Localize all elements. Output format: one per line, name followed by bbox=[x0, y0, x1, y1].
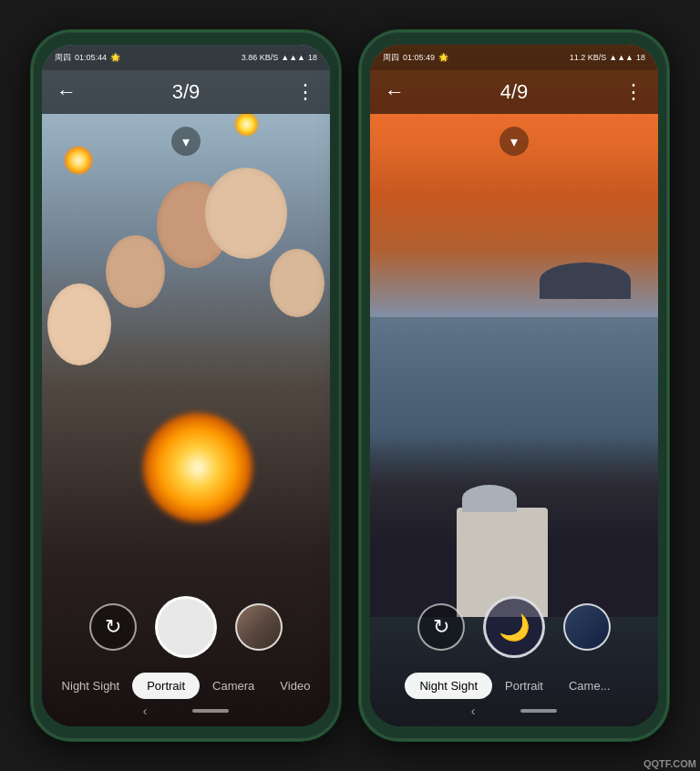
phone-2-nav-bar: ‹ bbox=[370, 701, 658, 721]
tab-portrait[interactable]: Portrait bbox=[132, 673, 200, 699]
chevron-down-button[interactable]: ▾ bbox=[171, 127, 201, 156]
building-dome bbox=[462, 485, 517, 512]
photo-thumbnail[interactable] bbox=[235, 603, 283, 651]
phone-1-status-bar: 周四 01:05:44 🌟 3.86 KB/S ▲▲▲ 18 bbox=[42, 45, 330, 70]
person-2-face bbox=[106, 235, 165, 308]
mode-tabs: Night Sight Portrait Camera Video bbox=[42, 673, 330, 699]
status-left-2: 周四 01:05:49 🌟 bbox=[383, 52, 448, 64]
phone-2-status-bar: 周四 01:05:49 🌟 11.2 KB/S ▲▲▲ 18 bbox=[370, 45, 658, 70]
tab-night-sight-label-2: Night Sight bbox=[419, 679, 478, 693]
status-day: 周四 bbox=[55, 52, 71, 64]
phone-2-body: 周四 01:05:49 🌟 11.2 KB/S ▲▲▲ 18 ← 4/9 ⋮ ▾ bbox=[359, 30, 669, 741]
status-right-2: 11.2 KB/S ▲▲▲ 18 bbox=[570, 53, 645, 62]
status-time-2: 01:05:49 bbox=[403, 53, 435, 62]
rotate-icon: ↻ bbox=[105, 615, 121, 639]
rotate-icon-2: ↻ bbox=[433, 615, 449, 639]
tab-camera-label-2: Came... bbox=[569, 679, 611, 693]
phone-2-bottom-controls: ↻ 🌙 Night Sight Portrait Came... bbox=[370, 596, 658, 699]
nav-back-button-2[interactable]: ‹ bbox=[471, 704, 476, 718]
shutter-button[interactable] bbox=[155, 596, 217, 658]
back-button-2[interactable]: ← bbox=[385, 80, 405, 104]
tab-night-sight-label: Night Sight bbox=[62, 679, 120, 693]
page-title-2: 4/9 bbox=[500, 80, 529, 104]
nav-back-button[interactable]: ‹ bbox=[143, 704, 148, 718]
more-button-2[interactable]: ⋮ bbox=[623, 80, 643, 104]
tab-night-sight[interactable]: Night Sight bbox=[49, 673, 133, 699]
tab-night-sight-2[interactable]: Night Sight bbox=[405, 673, 492, 699]
status-right: 3.86 KB/S ▲▲▲ 18 bbox=[242, 53, 317, 62]
chevron-down-icon: ▾ bbox=[182, 133, 190, 150]
network-speed: 3.86 KB/S bbox=[242, 53, 279, 62]
status-emoji: 🌟 bbox=[110, 53, 120, 62]
back-button[interactable]: ← bbox=[57, 80, 77, 104]
phone-2: 周四 01:05:49 🌟 11.2 KB/S ▲▲▲ 18 ← 4/9 ⋮ ▾ bbox=[359, 30, 669, 741]
more-button[interactable]: ⋮ bbox=[295, 80, 315, 104]
moon-icon: 🌙 bbox=[499, 612, 530, 642]
network-speed-2: 11.2 KB/S bbox=[570, 53, 607, 62]
status-emoji-2: 🌟 bbox=[438, 53, 448, 62]
page-title: 3/9 bbox=[172, 80, 201, 104]
island-silhouette bbox=[540, 262, 631, 299]
tab-video-label: Video bbox=[280, 679, 310, 693]
rotate-button[interactable]: ↻ bbox=[89, 603, 137, 651]
tab-camera-label: Camera bbox=[212, 679, 254, 693]
chevron-down-icon-2: ▾ bbox=[510, 133, 518, 150]
person-4-face bbox=[205, 168, 287, 259]
tab-portrait-label: Portrait bbox=[147, 679, 185, 693]
tab-portrait-2[interactable]: Portrait bbox=[492, 673, 556, 699]
camera-controls-2: ↻ 🌙 bbox=[370, 596, 658, 658]
sparkle-top-right bbox=[235, 113, 258, 136]
tab-portrait-label-2: Portrait bbox=[505, 679, 543, 693]
chevron-down-button-2[interactable]: ▾ bbox=[499, 127, 529, 156]
phone-1-body: 周四 01:05:44 🌟 3.86 KB/S ▲▲▲ 18 ← 3/9 ⋮ ▾ bbox=[31, 30, 341, 741]
phone-1-top-bar: ← 3/9 ⋮ bbox=[42, 70, 330, 114]
rotate-button-2[interactable]: ↻ bbox=[417, 603, 465, 651]
battery: 18 bbox=[308, 53, 317, 62]
status-time: 01:05:44 bbox=[75, 53, 107, 62]
phone-1-screen: 周四 01:05:44 🌟 3.86 KB/S ▲▲▲ 18 ← 3/9 ⋮ ▾ bbox=[42, 45, 330, 726]
phone-1-nav-bar: ‹ bbox=[42, 701, 330, 721]
person-5-face bbox=[270, 249, 324, 317]
watermark: QQTF.COM bbox=[643, 758, 696, 769]
mode-tabs-2: Night Sight Portrait Came... bbox=[370, 673, 658, 699]
signal-icon: ▲▲▲ bbox=[281, 53, 305, 62]
night-photo-thumbnail[interactable] bbox=[563, 603, 611, 651]
phone-1: 周四 01:05:44 🌟 3.86 KB/S ▲▲▲ 18 ← 3/9 ⋮ ▾ bbox=[31, 30, 341, 741]
phone-1-bottom-controls: ↻ Night Sight Portrait Camera bbox=[42, 596, 330, 699]
camera-controls: ↻ bbox=[42, 596, 330, 658]
nav-pill-2 bbox=[520, 709, 557, 713]
person-1-face bbox=[47, 283, 111, 365]
tab-video[interactable]: Video bbox=[267, 673, 323, 699]
phone-2-screen: 周四 01:05:49 🌟 11.2 KB/S ▲▲▲ 18 ← 4/9 ⋮ ▾ bbox=[370, 45, 658, 726]
tab-camera[interactable]: Camera bbox=[200, 673, 267, 699]
nav-pill bbox=[192, 709, 229, 713]
night-shutter-button[interactable]: 🌙 bbox=[483, 596, 545, 658]
status-day-2: 周四 bbox=[383, 52, 399, 64]
signal-icon-2: ▲▲▲ bbox=[609, 53, 633, 62]
phone-2-top-bar: ← 4/9 ⋮ bbox=[370, 70, 658, 114]
sparkle-main bbox=[143, 413, 252, 522]
battery-2: 18 bbox=[636, 53, 645, 62]
status-left: 周四 01:05:44 🌟 bbox=[55, 52, 120, 64]
tab-camera-2[interactable]: Came... bbox=[556, 673, 623, 699]
